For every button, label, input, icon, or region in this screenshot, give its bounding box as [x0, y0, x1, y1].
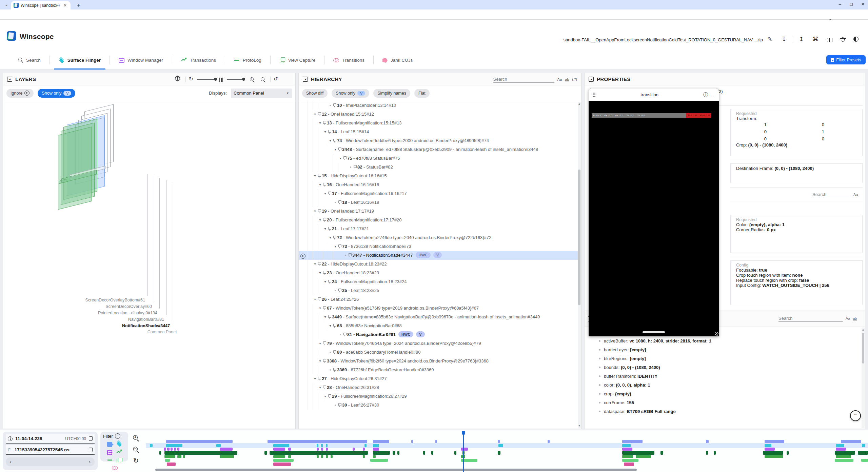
match-case-icon[interactable]: Aa — [557, 77, 562, 81]
tree-row[interactable]: ▾29 - FullscreenMagnification:26:27#29 — [299, 392, 578, 401]
tree-row[interactable]: ▾27 - HideDisplayCutout:26:31#27 — [299, 374, 578, 383]
trace-segment-protolog[interactable] — [363, 455, 365, 458]
trace-segment-view-capture[interactable] — [622, 459, 638, 462]
pin-icon[interactable] — [333, 139, 337, 143]
layer-label[interactable]: ScreenDecorOverlayBottom#61 — [85, 298, 145, 302]
chip-simplify-names[interactable]: Simplify names — [373, 89, 410, 98]
trace-segment-surface-flinger[interactable] — [273, 444, 289, 447]
property-row[interactable]: blurRegions: [empty] — [599, 356, 646, 361]
trace-segment-transactions[interactable] — [164, 451, 237, 455]
trace-segment-transactions[interactable] — [454, 451, 456, 455]
tab-search-chevron-icon[interactable]: ⌄ — [3, 1, 10, 8]
collapse-panel-icon[interactable]: ◂ — [589, 77, 594, 82]
trace-segment-window-manager[interactable] — [765, 448, 775, 451]
trace-segment-surface-flinger[interactable] — [166, 444, 182, 447]
tree-row[interactable]: ▾23 - OneHanded:18:23#23 — [299, 269, 578, 277]
tree-row[interactable]: ▾74 - WindowToken{fdddbe6 type=2000 andr… — [299, 136, 578, 145]
trace-segment-window-manager[interactable] — [363, 448, 365, 451]
tree-row[interactable]: ▾73 - 8736138 NotificationShade#73 — [299, 242, 578, 251]
expand-arrow-icon[interactable]: ▾ — [318, 357, 322, 366]
pin-icon[interactable] — [322, 218, 327, 222]
trace-segment-transactions[interactable] — [264, 451, 267, 455]
rotation-icon[interactable]: ↻ — [189, 76, 193, 82]
filter-zigzag-icon[interactable] — [116, 449, 121, 454]
trace-segment-transactions[interactable] — [373, 451, 390, 455]
tree-row[interactable]: ▾13 - FullscreenMagnification:15:15#13 — [299, 119, 578, 127]
window-minimize-button[interactable]: – — [835, 2, 844, 7]
upload-icon[interactable]: ↥ — [797, 36, 805, 43]
expand-arrow-icon[interactable]: ▾ — [318, 339, 322, 348]
window-close-button[interactable]: ✕ — [859, 2, 867, 7]
expand-arrow-icon[interactable]: ▾ — [313, 110, 317, 119]
trace-segment-surface-flinger[interactable] — [150, 444, 153, 447]
tab-transactions[interactable]: Transactions — [172, 51, 225, 70]
expand-arrow-icon[interactable]: ▾ — [323, 127, 328, 136]
copy-icon[interactable] — [89, 448, 93, 452]
human-time-input[interactable]: 11:04:14.228 UTC+00:00 — [6, 434, 95, 444]
tree-row[interactable]: 30 - Leaf:26:27#30 — [299, 401, 578, 410]
expand-arrow-icon[interactable]: ▾ — [323, 392, 328, 401]
properties-tree-scrollbar[interactable]: ▲ — [862, 328, 865, 428]
trace-segment-surface-flinger[interactable] — [373, 444, 379, 447]
tree-row[interactable]: ▾19 - OneHanded:17:17#19 — [299, 207, 578, 216]
match-word-icon[interactable]: ab — [565, 77, 569, 81]
trace-segment-protolog[interactable] — [373, 455, 376, 458]
trace-segment-protolog[interactable] — [288, 455, 291, 458]
pin-icon[interactable] — [328, 227, 332, 231]
pin-icon[interactable] — [317, 262, 322, 266]
trace-segment-surface-flinger[interactable] — [836, 444, 844, 447]
new-tab-button[interactable]: + — [75, 2, 82, 9]
shortcuts-icon[interactable]: ⌘ — [811, 36, 820, 43]
pin-icon[interactable] — [333, 350, 337, 354]
3d-view-icon[interactable] — [174, 75, 181, 83]
trace-segment-protolog[interactable] — [273, 455, 285, 458]
trace-segment-transactions[interactable] — [270, 451, 368, 455]
trace-segment-window-manager[interactable] — [326, 448, 328, 451]
trace-segment-screen-recording[interactable] — [411, 440, 413, 443]
pin-icon[interactable] — [328, 280, 332, 284]
tree-row[interactable]: ▾3449 - Surface(name=885b63e NavigationB… — [299, 313, 578, 321]
pin-icon[interactable] — [333, 236, 337, 240]
trace-segment-window-manager[interactable] — [836, 448, 846, 451]
pin-icon[interactable] — [348, 253, 352, 257]
pin-icon[interactable] — [322, 341, 327, 346]
timeline-cursor[interactable] — [463, 431, 464, 472]
trace-segment-transactions[interactable] — [393, 451, 395, 455]
rotation-slider[interactable] — [197, 79, 216, 80]
tree-row[interactable]: ▾21 - Leaf:17:17#21 — [299, 224, 578, 233]
trace-segment-surface-flinger[interactable] — [862, 444, 865, 447]
trace-segment-transitions[interactable] — [624, 463, 634, 466]
pin-icon[interactable] — [338, 148, 342, 152]
reset-view-icon[interactable]: ↺ — [274, 76, 278, 82]
trace-segment-transitions[interactable] — [273, 463, 291, 466]
expand-arrow-icon[interactable]: ▾ — [323, 277, 328, 286]
trace-segment-surface-flinger[interactable] — [321, 444, 323, 447]
pin-icon[interactable] — [328, 192, 332, 196]
properties-tree-search-input[interactable] — [778, 315, 843, 322]
visibility-icon[interactable] — [300, 254, 305, 259]
trace-segment-screen-recording[interactable] — [622, 440, 643, 443]
tree-row[interactable]: ▾22 - HideDisplayCutout:18:23#22 — [299, 260, 578, 269]
expand-arrow-icon[interactable]: ▾ — [323, 313, 328, 321]
zoom-in-icon[interactable]: + — [250, 77, 254, 83]
expand-arrow-icon[interactable]: ▾ — [333, 242, 338, 251]
trace-segment-window-manager[interactable] — [353, 448, 355, 451]
expand-arrow-icon[interactable]: ▾ — [313, 172, 317, 180]
tree-row[interactable]: 3369 - 67726bf EdgeBackGestureHandler0#3… — [299, 366, 578, 374]
tree-row[interactable]: ▾72 - WindowToken{a2746de type=2040 andr… — [299, 233, 578, 242]
trace-segment-surface-flinger[interactable] — [498, 444, 503, 447]
expand-arrow-icon[interactable]: ▾ — [318, 216, 322, 224]
pin-icon[interactable] — [338, 289, 342, 293]
pin-icon[interactable] — [338, 244, 342, 249]
chip-flat[interactable]: Flat — [414, 89, 430, 98]
layer-rect[interactable] — [58, 127, 92, 210]
property-row[interactable]: color: (0, 0, 0), alpha: 1 — [599, 382, 650, 388]
trace-segment-screen-recording[interactable] — [841, 440, 861, 443]
pin-icon[interactable] — [317, 174, 322, 178]
trace-segment-transactions[interactable] — [714, 451, 716, 455]
scroll-to-top-button[interactable]: ⌃ — [850, 410, 861, 421]
trace-segment-view-capture[interactable] — [370, 459, 388, 462]
trace-segment-protolog[interactable] — [220, 455, 234, 458]
report-bug-icon[interactable] — [839, 37, 847, 43]
overlay-title-bar[interactable]: transition ⓘ _ — [589, 88, 719, 101]
